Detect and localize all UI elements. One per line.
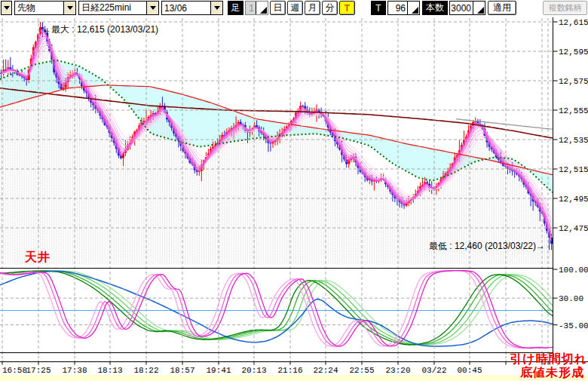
trading-chart-app: 12,61512,59512,57512,55512,53512,51512,4… (0, 0, 588, 381)
svg-text:19:41: 19:41 (206, 366, 231, 375)
contract-month-select[interactable]: 13/06 (161, 1, 223, 15)
period-minute-button[interactable]: 分 (322, 1, 338, 15)
dropdown-arrow-icon[interactable] (2, 2, 11, 14)
svg-text:12,535: 12,535 (559, 136, 588, 145)
svg-text:12,615: 12,615 (559, 18, 588, 27)
svg-text:30.00: 30.00 (559, 294, 583, 303)
svg-text:00:45: 00:45 (457, 366, 482, 375)
svg-text:17:38: 17:38 (62, 366, 87, 375)
period-month-button[interactable]: 月 (305, 1, 320, 15)
period-week-button[interactable]: 週 (287, 1, 303, 15)
svg-text:03/22: 03/22 (421, 366, 446, 375)
max-price-annotation: ←最大 : 12,615 (2013/03/21) (42, 23, 158, 36)
multi-symbol-button[interactable]: 複数銘柄 (543, 1, 587, 15)
spinner-icon[interactable] (473, 2, 485, 14)
period-tick-button[interactable]: T (339, 1, 355, 15)
panel-collapse-combo[interactable] (1, 1, 12, 15)
bar-count-label: 本数 (422, 1, 448, 15)
svg-text:17:25: 17:25 (26, 366, 51, 375)
min-price-annotation: 最低 : 12,460 (2013/03/22)→ (429, 240, 545, 253)
svg-text:12,575: 12,575 (559, 77, 588, 86)
symbol-select[interactable]: 日経225mini (78, 1, 159, 15)
svg-text:22:24: 22:24 (313, 366, 338, 375)
tick-size-spinner[interactable]: 96 (387, 1, 420, 15)
svg-text:100.00: 100.00 (559, 266, 588, 275)
bar-type-button[interactable]: 足 (228, 1, 243, 15)
bottom-not-formed-annotation: 底値未形成 (520, 365, 584, 381)
tick-size-label: T (371, 1, 386, 15)
tick-size-value: 96 (388, 2, 407, 14)
product-select[interactable]: 先物 (14, 1, 76, 15)
svg-text:20:13: 20:13 (241, 366, 266, 375)
dropdown-arrow-icon[interactable] (210, 2, 222, 14)
svg-text:12,495: 12,495 (559, 195, 588, 204)
toolbar: 先物 日経225mini 13/06 足 1 日 週 月 分 T T 96 本数… (0, 0, 588, 17)
svg-text:22:55: 22:55 (349, 366, 374, 375)
dropdown-arrow-icon[interactable] (63, 2, 75, 14)
svg-text:21:16: 21:16 (277, 366, 302, 375)
svg-text:18:57: 18:57 (170, 366, 194, 375)
svg-text:16:58: 16:58 (2, 366, 27, 375)
product-select-value: 先物 (15, 2, 63, 14)
svg-text:12,595: 12,595 (559, 48, 588, 57)
ceiling-annotation: 天井 (25, 250, 51, 266)
svg-text:23:20: 23:20 (385, 366, 410, 375)
spinner-icon[interactable] (256, 2, 268, 14)
period-day-button[interactable]: 日 (270, 1, 286, 15)
svg-text:12,555: 12,555 (559, 106, 588, 115)
contract-month-value: 13/06 (162, 3, 210, 14)
bar-count-spinner[interactable]: 3000 (449, 1, 485, 15)
dropdown-arrow-icon[interactable] (146, 2, 158, 14)
interval-spinner[interactable]: 1 (245, 1, 268, 15)
interval-value: 1 (246, 2, 256, 14)
svg-text:18:13: 18:13 (97, 366, 122, 375)
bar-count-value: 3000 (450, 2, 473, 14)
spinner-icon[interactable] (407, 2, 419, 14)
svg-text:-35.00: -35.00 (559, 321, 588, 330)
svg-text:12,515: 12,515 (559, 165, 588, 174)
symbol-select-value: 日経225mini (79, 2, 146, 14)
svg-text:18:22: 18:22 (133, 366, 158, 375)
apply-button[interactable]: 適用 (488, 1, 516, 15)
svg-text:12,475: 12,475 (559, 224, 588, 233)
chart-canvas[interactable]: 12,61512,59512,57512,55512,53512,51512,4… (0, 0, 588, 381)
